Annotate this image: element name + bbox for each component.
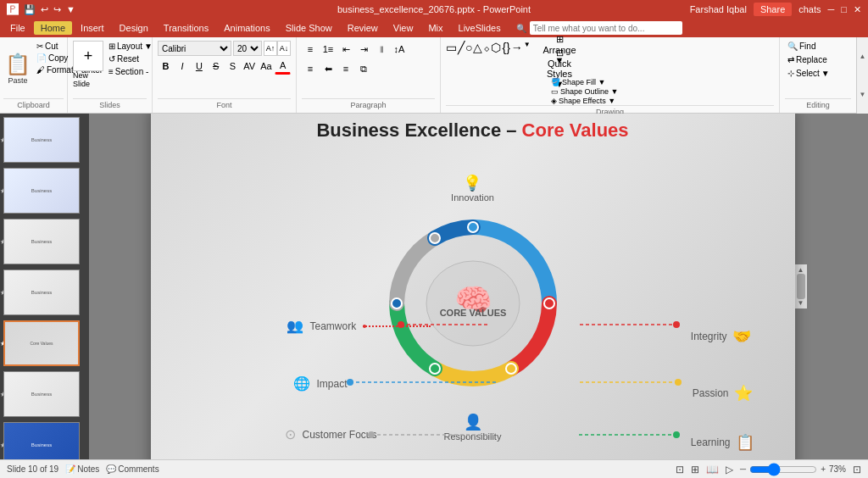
presenter-view-btn[interactable]: ▷ [726,464,733,475]
fit-slide-btn[interactable]: ⊡ [853,464,861,475]
menu-home[interactable]: Home [34,21,72,35]
vertical-scrollbar[interactable]: ▲ ▼ [795,264,807,308]
shape-effects-button[interactable]: ◈ Shape Effects ▼ [551,97,618,105]
menu-bar: File Home Insert Design Transitions Anim… [0,19,868,37]
reset-button[interactable]: ↺ Reset [107,53,154,64]
slide-thumb-10[interactable]: 10 ★ Core Values [3,320,80,366]
text-direction-button[interactable]: ↕A [391,41,408,58]
quick-save[interactable]: 💾 [24,4,36,15]
shape-effects-icon: ◈ [551,97,557,105]
replace-button[interactable]: ⇄ Replace [785,54,851,65]
shape-3[interactable]: ○ [465,41,472,54]
strikethrough-button[interactable]: S [208,58,224,75]
editing-group: 🔍 Find ⇄ Replace ⊹ Select ▼ Editing [780,37,856,113]
decrease-font-btn[interactable]: A↓ [277,41,291,56]
font-size-select[interactable]: 20 [233,41,262,56]
undo-btn[interactable]: ↩ [41,4,48,15]
section-button[interactable]: ≡ Section - [107,66,154,77]
numbering-button[interactable]: 1≡ [320,41,337,58]
slide-sorter-btn[interactable]: ⊞ [691,464,699,475]
close-btn[interactable]: ✕ [854,4,861,15]
shape-1[interactable]: ▭ [446,41,457,54]
bold-button[interactable]: B [158,58,174,75]
slide-thumb-8[interactable]: 8 ★ Business [3,219,80,264]
shape-7[interactable]: {} [502,41,509,54]
slides-group: + New Slide ⊞ Layout ▼ ↺ Reset ≡ Section… [68,37,153,113]
increase-indent-button[interactable]: ⇥ [355,41,372,58]
menu-mix[interactable]: Mix [421,21,449,35]
minimize-btn[interactable]: ─ [828,4,835,14]
layout-button[interactable]: ⊞ Layout ▼ [107,41,154,52]
shape-5[interactable]: ⬦ [483,41,490,54]
slide-thumb-11[interactable]: 11 ★ Business [3,371,80,417]
zoom-out-btn[interactable]: ─ [740,464,746,474]
align-text-button[interactable]: ≡ [302,60,319,77]
svg-point-7 [392,298,402,308]
reading-view-btn[interactable]: 📖 [706,464,719,475]
quick-styles-button[interactable]: ⊡ Quick Styles ▼ [551,59,568,76]
menu-file[interactable]: File [3,21,32,35]
menu-animations[interactable]: Animations [217,21,276,35]
chats-button[interactable]: chats [798,4,821,14]
ribbon-scroll-down[interactable]: ▼ [860,91,866,98]
find-button[interactable]: 🔍 Find [785,41,851,52]
slide-thumb-6[interactable]: 6 ★ Business [3,117,80,163]
change-case-button[interactable]: Aa [259,58,275,75]
menu-liveslides[interactable]: LiveSlides [452,21,508,35]
font-color-button[interactable]: A [275,58,291,75]
redo-btn[interactable]: ↪ [53,4,61,15]
scroll-thumb[interactable] [797,274,805,299]
italic-button[interactable]: I [175,58,191,75]
zoom-in-btn[interactable]: + [821,464,826,474]
bullets-button[interactable]: ≡ [302,41,319,58]
label-integrity: Integrity 🤝 [691,327,751,346]
columns-button[interactable]: ⫴ [373,41,390,58]
normal-view-btn[interactable]: ⊡ [676,464,684,475]
paste-button[interactable]: 📋 Paste [3,41,32,98]
shape-8[interactable]: → [511,41,523,54]
menu-insert[interactable]: Insert [74,21,111,35]
center-align-button[interactable]: ≡ [337,60,354,77]
svg-point-4 [544,298,554,308]
shape-2[interactable]: ╱ [458,41,465,54]
menu-design[interactable]: Design [113,21,155,35]
slide-thumb-9[interactable]: 9 ★ Business [3,270,80,315]
shape-6[interactable]: ⬡ [491,41,501,54]
increase-font-btn[interactable]: A↑ [264,41,277,56]
scroll-down-arrow[interactable]: ▼ [798,299,804,307]
underline-button[interactable]: U [192,58,208,75]
menu-review[interactable]: Review [341,21,385,35]
select-arrow: ▼ [821,69,830,78]
shape-fill-button[interactable]: 🪣 Shape Fill ▼ [551,78,618,86]
select-button[interactable]: ⊹ Select ▼ [785,68,851,79]
shape-outline-button[interactable]: ▭ Shape Outline ▼ [551,87,618,96]
menu-view[interactable]: View [387,21,420,35]
shape-outline-icon: ▭ [551,87,559,96]
smartart-button[interactable]: ⧉ [355,60,372,77]
shape-4[interactable]: △ [473,41,482,54]
char-spacing-button[interactable]: AV [242,58,258,75]
align-left-button[interactable]: ⬅ [320,60,337,77]
decrease-indent-button[interactable]: ⇤ [337,41,354,58]
ribbon-scroll-up[interactable]: ▲ [860,53,866,60]
customize-btn[interactable]: ▼ [66,4,75,14]
notes-icon: 📝 [65,464,75,474]
slide-canvas[interactable]: Business Excellence – Core Values 🧠 [151,114,795,459]
shape-arr-down[interactable]: ▼ [524,41,531,54]
svg-point-21 [673,431,680,438]
notes-button[interactable]: 📝 Notes [65,464,99,474]
restore-btn[interactable]: □ [841,4,847,14]
comments-button[interactable]: 💬 Comments [106,464,159,474]
scroll-up-arrow[interactable]: ▲ [798,266,804,274]
new-slide-button[interactable]: + New Slide [73,41,103,88]
slide-thumb-7[interactable]: 7 ★ Business [3,168,80,214]
menu-slideshow[interactable]: Slide Show [279,21,339,35]
share-button[interactable]: Share [754,3,792,16]
main-area: 6 ★ Business 7 ★ Business 8 ★ Business 9… [0,114,868,459]
menu-transitions[interactable]: Transitions [157,21,215,35]
font-name-select[interactable]: Calibri [158,41,231,56]
svg-point-6 [430,364,440,374]
slide-thumb-12[interactable]: 12 ★ Business [3,422,80,459]
shadow-button[interactable]: S [225,58,241,75]
zoom-slider[interactable] [749,464,817,475]
